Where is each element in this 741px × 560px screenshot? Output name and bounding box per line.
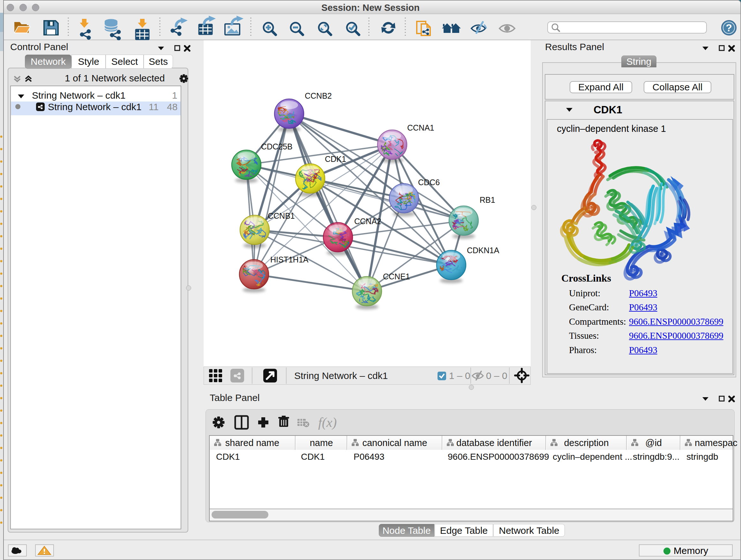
svg-text:CCNA1: CCNA1 <box>407 123 434 132</box>
svg-text:HIST1H1A: HIST1H1A <box>270 255 309 264</box>
svg-text:CCNE1: CCNE1 <box>383 272 410 281</box>
svg-text:CDK1: CDK1 <box>325 154 346 164</box>
svg-text:CDKN1A: CDKN1A <box>467 246 499 255</box>
svg-text:CCNB1: CCNB1 <box>268 211 295 220</box>
svg-text:String Network – cdk1: String Network – cdk1 <box>294 370 388 381</box>
svg-text:CCNB2: CCNB2 <box>305 91 332 100</box>
svg-text:0 – 0: 0 – 0 <box>486 370 508 381</box>
svg-text:RB1: RB1 <box>480 195 495 204</box>
svg-text:CDC6: CDC6 <box>418 178 440 187</box>
svg-text:f(x): f(x) <box>318 415 337 430</box>
svg-text:1 – 0: 1 – 0 <box>449 370 470 381</box>
svg-text:CCNA2: CCNA2 <box>354 217 381 226</box>
svg-text:CDC25B: CDC25B <box>261 142 293 151</box>
svg-text:?: ? <box>726 22 732 34</box>
